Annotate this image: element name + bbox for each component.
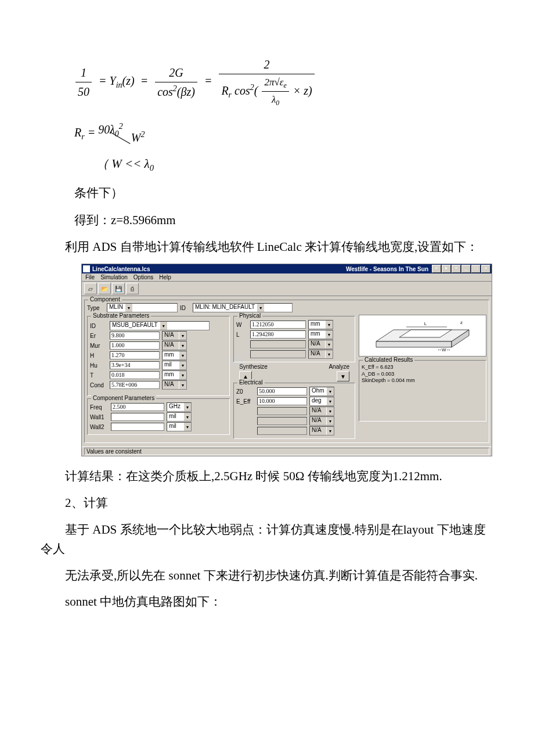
menu-simulation[interactable]: Simulation	[100, 274, 128, 280]
param-label: E_Eff	[236, 398, 255, 405]
print-icon[interactable]: ⎙	[126, 283, 139, 294]
unit-combo[interactable]: mil▼	[162, 361, 187, 370]
menu-help[interactable]: Help	[159, 274, 171, 280]
para-weak: 基于 ADS 系统地一个比较大地弱点：计算仿真速度慢.特别是在layout 下地…	[41, 520, 493, 559]
heading-2: 2、计算	[41, 494, 493, 513]
chevron-down-icon: ▼	[179, 332, 186, 340]
chevron-down-icon[interactable]: ▼	[179, 371, 186, 379]
param-input[interactable]: 1.294280	[250, 330, 306, 339]
unit-combo: N/A▼	[162, 341, 187, 350]
results-legend: Calculated Results	[363, 357, 414, 363]
analyze-label: Analyze	[329, 363, 349, 370]
menu-file[interactable]: File	[85, 274, 95, 280]
result-line: SkinDepth = 0.004 mm	[362, 377, 484, 384]
unit-combo[interactable]: deg▼	[309, 397, 334, 406]
status-bar: Values are consistent	[82, 447, 492, 456]
analyze-button[interactable]: ▼	[337, 371, 349, 381]
electrical-legend: Electrical	[237, 379, 265, 386]
param-input[interactable]: 10.000	[257, 397, 307, 405]
chevron-down-icon[interactable]: ▼	[183, 403, 191, 411]
chevron-down-icon[interactable]: ▼	[125, 304, 132, 312]
id-combo[interactable]: MLIN: MLIN_DEFAULT▼	[193, 303, 293, 312]
unit-combo[interactable]: mm▼	[162, 370, 187, 380]
component-legend: Component	[88, 296, 122, 303]
maximize-icon[interactable]: □	[471, 265, 481, 273]
chevron-down-icon: ▼	[325, 340, 333, 348]
unit-combo: N/A▼	[309, 406, 334, 416]
chevron-down-icon[interactable]: ▼	[183, 423, 191, 431]
diagram-w-label: ↔W↔	[437, 347, 451, 352]
results-group: Calculated Results K_Eff = 6.623A_DB = 0…	[359, 360, 486, 422]
status-text: Values are consistent	[84, 448, 489, 455]
menu-options[interactable]: Options	[134, 274, 153, 280]
chevron-down-icon[interactable]: ▼	[160, 322, 167, 330]
type-combo[interactable]: MLIN▼	[107, 303, 178, 312]
titlebar: LineCalc/antenna.lcs Westlife - Seasons …	[82, 264, 492, 273]
param-label: Z0	[236, 388, 255, 395]
param-label: Wall1	[90, 414, 109, 420]
param-input[interactable]	[111, 413, 164, 421]
param-input	[257, 417, 307, 425]
unit-combo[interactable]: GHz▼	[167, 402, 192, 412]
prev-icon[interactable]: «	[432, 265, 441, 273]
unit-combo[interactable]: mm▼	[308, 330, 333, 339]
para-result: 计算结果：在这类介质板上,2.5GHz 时候 50Ω 传输线地宽度为1.212m…	[41, 467, 493, 487]
chevron-down-icon[interactable]: ▼	[179, 361, 186, 369]
param-input[interactable]: 1.270	[110, 351, 160, 359]
close-icon[interactable]: ×	[481, 265, 490, 273]
physical-group: Physical W1.212050mm▼L1.294280mm▼N/A▼N/A…	[233, 316, 355, 362]
para-linecalc-intro: 利用 ADS 自带地计算传输线地软件 LineCalc 来计算传输线地宽度,设置…	[41, 237, 493, 257]
param-input[interactable]: 1.000	[110, 341, 160, 350]
param-label: Mur	[90, 343, 107, 349]
comp-params-legend: Component Parameters	[91, 395, 156, 401]
chevron-down-icon[interactable]: ▼	[183, 413, 191, 421]
new-icon[interactable]: ▱	[84, 283, 97, 294]
formula-yin: 150 = Yin(z) = 2Gcos2(βz) = 2 Rr cos2( 2…	[74, 55, 493, 109]
chevron-down-icon: ▼	[326, 407, 334, 415]
unit-combo: N/A▼	[309, 416, 334, 426]
diagram-preview: L z ↔W↔	[359, 315, 486, 357]
unit-combo[interactable]: mm▼	[308, 320, 333, 329]
chevron-down-icon: ▼	[179, 381, 186, 389]
param-label: Er	[90, 333, 107, 339]
condition-close: 条件下）	[74, 183, 493, 203]
param-label: Cond	[90, 382, 107, 388]
play-icon[interactable]: ▸	[442, 265, 451, 273]
chevron-down-icon[interactable]: ▼	[326, 397, 334, 405]
param-input[interactable]: 5.78E+006	[110, 381, 160, 389]
chevron-down-icon[interactable]: ▼	[257, 304, 264, 312]
param-input[interactable]: 50.000	[257, 387, 307, 395]
sub-id-combo[interactable]: MSUB_DEFAULT▼	[110, 321, 210, 330]
param-input[interactable]: 0.018	[110, 371, 160, 379]
unit-combo[interactable]: mil▼	[167, 422, 192, 431]
result-z: 得到：z=8.5966mm	[74, 211, 493, 231]
param-input[interactable]: 3.9e+34	[110, 361, 160, 369]
svg-marker-1	[376, 341, 452, 347]
chevron-down-icon[interactable]: ▼	[326, 387, 334, 395]
type-label: Type	[87, 305, 104, 311]
unit-combo[interactable]: mm▼	[162, 351, 187, 360]
sub-id-label: ID	[90, 323, 107, 329]
chevron-down-icon: ▼	[179, 341, 186, 350]
param-input[interactable]: 1.212050	[250, 321, 306, 329]
open-icon[interactable]: 📂	[98, 283, 111, 294]
formula-rr: Rr = 90λ02 W2	[74, 123, 493, 144]
param-input[interactable]	[111, 423, 164, 431]
save-icon[interactable]: 💾	[112, 283, 125, 294]
unit-combo[interactable]: mil▼	[167, 412, 192, 422]
next-icon[interactable]: »	[452, 265, 461, 273]
param-input[interactable]: 2.500	[111, 403, 164, 411]
chevron-down-icon[interactable]: ▼	[325, 330, 333, 339]
chevron-down-icon[interactable]: ▼	[325, 321, 333, 329]
minimize-icon[interactable]: _	[461, 265, 471, 273]
toolbar: ▱ 📂 💾 ⎙	[82, 282, 492, 296]
linecalc-window: LineCalc/antenna.lcs Westlife - Seasons …	[81, 264, 492, 456]
param-input[interactable]: 9.800	[110, 332, 160, 340]
param-label: W	[236, 322, 248, 328]
param-input	[257, 407, 307, 415]
chevron-down-icon[interactable]: ▼	[179, 351, 186, 359]
param-label: L	[236, 332, 248, 338]
unit-combo: N/A▼	[309, 426, 334, 435]
unit-combo[interactable]: Ohm▼	[309, 387, 334, 396]
diagram-l-label: L	[424, 321, 427, 326]
